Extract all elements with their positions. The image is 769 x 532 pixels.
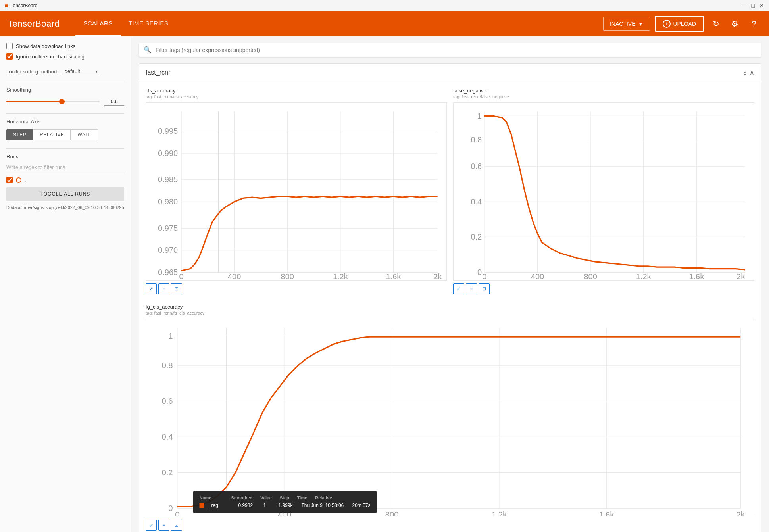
chart-false-negative-container: 0 0.2 0.4 0.6 0.8 1 <box>453 102 754 281</box>
chart-false-negative-reset-button[interactable]: ⊡ <box>479 283 490 294</box>
axis-relative-button[interactable]: RELATIVE <box>33 129 71 140</box>
brand-logo: TensorBoard <box>8 19 60 29</box>
svg-text:0.4: 0.4 <box>471 197 482 206</box>
gear-icon: ⚙ <box>731 19 738 29</box>
tooltip-value: 1 <box>263 503 275 508</box>
tooltip-header-name: Name <box>199 496 211 500</box>
tooltip-header-value: Value <box>260 496 272 500</box>
svg-text:0: 0 <box>482 272 486 279</box>
runs-section: Runs . TOGGLE ALL RUNS D:/data/Taber/sig… <box>6 154 124 211</box>
section-fast-rcnn-name: fast_rcnn <box>146 69 172 76</box>
smoothing-slider[interactable] <box>6 101 100 102</box>
run-checkbox[interactable] <box>6 177 13 183</box>
svg-text:1: 1 <box>477 111 482 120</box>
svg-text:2k: 2k <box>736 510 745 515</box>
nav-right: INACTIVE ▼ ⬆ UPLOAD ↻ ⚙ ? <box>603 16 761 32</box>
svg-text:2k: 2k <box>736 272 745 279</box>
section-fast-rcnn-count: 3 <box>743 69 746 76</box>
tab-timeseries[interactable]: TIME SERIES <box>121 11 177 36</box>
tooltip-data-row: _ reg 0.9932 1 1.999k Thu Jun 9, 10:58:0… <box>199 503 370 508</box>
chart-cls-accuracy-tag: tag: fast_rcnn/cls_accuracy <box>146 94 447 99</box>
upload-button[interactable]: ⬆ UPLOAD <box>655 16 704 32</box>
svg-rect-51 <box>146 319 754 516</box>
svg-text:0: 0 <box>168 504 173 513</box>
tooltip-header-smoothed: Smoothed <box>231 496 252 500</box>
show-download-links-checkbox[interactable] <box>6 43 13 49</box>
chart-false-negative-expand-button[interactable]: ⤢ <box>453 283 464 294</box>
chart-cls-accuracy-container: 0.965 0.970 0.975 0.980 0.985 0.990 0.99… <box>146 102 447 281</box>
tooltip-sorting-wrapper: default ascending descending nearest ▼ <box>63 67 99 75</box>
tooltip-dot-icon <box>199 503 204 508</box>
chart-fg-cls-accuracy-svg: 0 0.2 0.4 0.6 0.8 1 <box>146 319 754 516</box>
smoothing-value-input[interactable] <box>104 98 124 106</box>
chart-cls-accuracy: cls_accuracy tag: fast_rcnn/cls_accuracy… <box>142 85 450 298</box>
chart-cls-accuracy-data-button[interactable]: ≡ <box>158 283 169 294</box>
chart-fg-cls-accuracy-expand-button[interactable]: ⤢ <box>146 520 157 531</box>
tooltip-step: 1.999k <box>278 503 298 508</box>
tooltip-sorting-select[interactable]: default ascending descending nearest <box>63 67 99 75</box>
top-nav: TensorBoard SCALARS TIME SERIES INACTIVE… <box>0 11 769 36</box>
chart-fg-cls-accuracy: fg_cls_accuracy tag: fast_rcnn/fg_cls_ac… <box>142 301 757 532</box>
chart-false-negative-data-button[interactable]: ≡ <box>466 283 477 294</box>
svg-text:1.2k: 1.2k <box>333 272 348 279</box>
divider-3 <box>6 148 124 149</box>
runs-title: Runs <box>6 154 124 159</box>
smoothing-section: Smoothing <box>6 87 124 106</box>
svg-text:0.995: 0.995 <box>158 127 178 135</box>
section-fast-rcnn-count-row: 3 ∧ <box>743 69 754 76</box>
minimize-button[interactable]: — <box>741 2 747 9</box>
show-download-links-row[interactable]: Show data download links <box>6 43 124 49</box>
svg-text:0.975: 0.975 <box>158 224 178 232</box>
tab-scalars[interactable]: SCALARS <box>75 11 121 36</box>
chart-cls-accuracy-expand-button[interactable]: ⤢ <box>146 283 157 294</box>
chart-cls-accuracy-title: cls_accuracy <box>146 88 447 94</box>
close-button[interactable]: ✕ <box>759 2 764 9</box>
tooltip-relative: 20m 57s <box>352 503 370 508</box>
svg-text:0.990: 0.990 <box>158 149 178 157</box>
chart-cls-accuracy-reset-button[interactable]: ⊡ <box>171 283 182 294</box>
search-icon: 🔍 <box>144 46 152 54</box>
title-bar-controls: — □ ✕ <box>741 2 764 9</box>
section-fast-rcnn-collapse-button[interactable]: ∧ <box>750 69 754 76</box>
dropdown-arrow-icon: ▼ <box>638 21 644 27</box>
tooltip-time: Thu Jun 9, 10:58:06 <box>301 503 349 508</box>
chart-fg-cls-accuracy-reset-button[interactable]: ⊡ <box>171 520 182 531</box>
run-path: D:/data/Taber/signs-stop-yield/2022_06_0… <box>6 205 124 211</box>
runs-filter-input[interactable] <box>6 163 124 172</box>
svg-text:1.2k: 1.2k <box>492 510 507 515</box>
axis-step-button[interactable]: STEP <box>6 129 33 140</box>
help-button[interactable]: ? <box>747 17 761 31</box>
svg-text:0.985: 0.985 <box>158 175 178 184</box>
section-fast-rcnn: fast_rcnn 3 ∧ cls_accuracy tag: fast_rcn… <box>139 63 761 532</box>
title-bar-title: TensorBoard <box>10 3 37 8</box>
chart-false-negative-tag: tag: fast_rcnn/false_negative <box>453 94 754 99</box>
ignore-outliers-row[interactable]: Ignore outliers in chart scaling <box>6 53 124 60</box>
inactive-button[interactable]: INACTIVE ▼ <box>603 17 650 31</box>
run-circle-icon <box>16 177 21 183</box>
chart-fg-cls-accuracy-data-button[interactable]: ≡ <box>158 520 169 531</box>
title-bar: ■ TensorBoard — □ ✕ <box>0 0 769 11</box>
settings-button[interactable]: ⚙ <box>728 17 742 31</box>
ignore-outliers-checkbox[interactable] <box>6 53 13 60</box>
main-layout: Show data download links Ignore outliers… <box>0 36 769 532</box>
ignore-outliers-label: Ignore outliers in chart scaling <box>16 54 85 60</box>
charts-grid-top: cls_accuracy tag: fast_rcnn/cls_accuracy… <box>139 81 761 298</box>
search-bar: 🔍 <box>139 43 761 57</box>
options-section: Show data download links Ignore outliers… <box>6 43 124 60</box>
show-download-links-label: Show data download links <box>16 43 75 49</box>
smoothing-slider-row <box>6 98 124 106</box>
smoothing-title: Smoothing <box>6 87 124 93</box>
svg-text:1: 1 <box>168 332 173 340</box>
refresh-icon: ↻ <box>713 19 719 29</box>
tooltip-smoothed-value: 0.9932 <box>238 503 260 508</box>
refresh-button[interactable]: ↻ <box>709 17 723 31</box>
chart-false-negative-controls: ⤢ ≡ ⊡ <box>453 283 754 294</box>
search-input[interactable] <box>156 47 756 53</box>
axis-wall-button[interactable]: WALL <box>71 129 98 140</box>
chart-fg-cls-accuracy-controls: ⤢ ≡ ⊡ <box>146 520 754 531</box>
svg-text:0: 0 <box>175 510 179 515</box>
chart-cls-accuracy-svg: 0.965 0.970 0.975 0.980 0.985 0.990 0.99… <box>146 103 446 279</box>
run-dot-label: . <box>25 177 26 183</box>
maximize-button[interactable]: □ <box>752 2 755 9</box>
toggle-all-runs-button[interactable]: TOGGLE ALL RUNS <box>6 187 124 201</box>
